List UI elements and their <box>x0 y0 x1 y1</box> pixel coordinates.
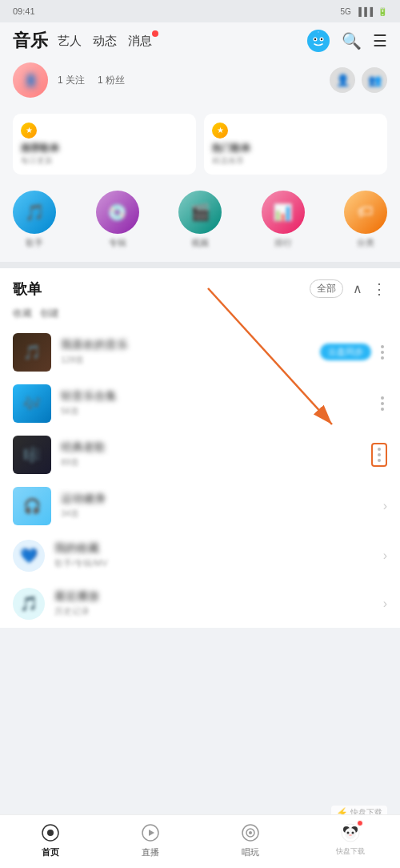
circle-label-4: 排行 <box>274 237 292 249</box>
user-info: 1 关注 1 粉丝 <box>58 74 320 87</box>
app-title: 音乐 <box>13 29 48 53</box>
nav-tab-profile[interactable]: 快盘下载 <box>326 822 374 858</box>
bottom-navigation: 首页 直播 唱玩 <box>0 814 400 868</box>
nav-dynamic[interactable]: 动态 <box>93 34 117 49</box>
circle-item-3[interactable]: 🎬 视频 <box>178 191 222 249</box>
playlist-item-4: 🎧 运动健身 34首 › <box>0 480 400 532</box>
sing-icon <box>239 822 262 844</box>
playlist-info-2: 轻音乐合集 56首 <box>61 389 368 417</box>
card-sub-2: 精选推荐 <box>212 155 379 167</box>
circle-avatar-5: 🏷 <box>344 191 387 234</box>
playlist-name-3: 经典老歌 <box>61 440 362 455</box>
all-button[interactable]: 全部 <box>310 279 343 298</box>
recommend-section: ★ 推荐歌单 每日更新 ★ 热门歌单 精选推荐 <box>0 107 400 184</box>
playlist-thumb-3[interactable]: 🎼 <box>13 436 51 474</box>
svg-point-15 <box>249 831 252 834</box>
user-stats: 1 关注 1 粉丝 <box>58 74 320 87</box>
more-item-2[interactable]: 🎵 最近播放 历史记录 › <box>0 580 400 628</box>
playlist-tabs: 收藏 创建 <box>0 307 400 327</box>
circle-item-5[interactable]: 🏷 分类 <box>344 191 387 249</box>
tab-collected[interactable]: 收藏 <box>13 307 32 320</box>
robot-avatar[interactable] <box>306 29 330 53</box>
search-icon[interactable]: 🔍 <box>342 31 362 50</box>
svg-marker-12 <box>149 830 154 836</box>
circle-avatar-2: 💿 <box>96 191 139 234</box>
user-avatar[interactable]: 👤 <box>13 62 48 98</box>
header-more-icon[interactable]: ⋮ <box>372 280 387 298</box>
playlist-header: 歌单 全部 ∧ ⋮ <box>0 268 400 307</box>
card-title-1: 推荐歌单 <box>21 142 188 155</box>
svg-point-21 <box>351 832 354 834</box>
home-icon <box>39 822 62 844</box>
message-badge <box>152 30 158 37</box>
playlist-name-2: 轻音乐合集 <box>61 389 368 404</box>
playlist-count-3: 89首 <box>61 456 362 468</box>
user-section: 👤 1 关注 1 粉丝 👤 👥 <box>0 59 400 107</box>
circle-item-2[interactable]: 💿 专辑 <box>96 191 139 249</box>
nav-label-live: 直播 <box>142 846 159 858</box>
more-icon-1: 💙 <box>13 540 45 572</box>
recommend-card-2[interactable]: ★ 热门歌单 精选推荐 <box>204 114 387 175</box>
circle-avatar-4: 📊 <box>262 191 305 234</box>
playlist-menu-dots-2[interactable] <box>378 393 387 414</box>
circles-section: 🎵 歌手 💿 专辑 🎬 视频 📊 排行 🏷 分类 <box>0 184 400 262</box>
collapse-icon[interactable]: ∧ <box>353 281 362 296</box>
nav-label-profile: 快盘下载 <box>336 846 365 857</box>
header-left: 音乐 艺人 动态 消息 <box>13 29 152 53</box>
circle-item-4[interactable]: 📊 排行 <box>262 191 305 249</box>
nav-message[interactable]: 消息 <box>128 34 152 49</box>
section-divider <box>0 262 400 268</box>
app-header: 音乐 艺人 动态 消息 🔍 ☰ <box>0 22 400 59</box>
playlist-info-3: 经典老歌 89首 <box>61 440 362 468</box>
header-nav: 艺人 动态 消息 <box>58 34 152 49</box>
playlist-thumb-2[interactable]: 🎶 <box>13 384 51 423</box>
playlist-info-4: 运动健身 34首 <box>61 492 374 520</box>
live-icon <box>139 822 162 844</box>
more-name-1: 我的收藏 <box>54 541 374 556</box>
playlist-section: 歌单 全部 ∧ ⋮ 收藏 创建 🎵 我喜欢的音乐 128首 云盘同步 🎶 <box>0 268 400 628</box>
svg-rect-6 <box>318 31 319 33</box>
svg-point-3 <box>314 38 316 40</box>
status-bar: 09:41 5G ▐▐▐ 🔋 <box>0 0 400 22</box>
nav-tab-home[interactable]: 首页 <box>26 822 74 858</box>
circle-item-1[interactable]: 🎵 歌手 <box>13 191 56 249</box>
svg-point-10 <box>47 830 54 836</box>
more-sub-2: 历史记录 <box>54 605 374 617</box>
recommend-cards: ★ 推荐歌单 每日更新 ★ 热门歌单 精选推荐 <box>13 114 387 175</box>
playlist-thumb-4[interactable]: 🎧 <box>13 487 51 525</box>
circles-row: 🎵 歌手 💿 专辑 🎬 视频 📊 排行 🏷 分类 <box>13 191 387 249</box>
playlist-info-1: 我喜欢的音乐 128首 <box>61 338 310 366</box>
playlist-thumb-1[interactable]: 🎵 <box>13 333 51 372</box>
nav-tab-sing[interactable]: 唱玩 <box>226 822 274 858</box>
more-name-2: 最近播放 <box>54 589 374 604</box>
more-info-1: 我的收藏 歌手/专辑/MV <box>54 541 374 569</box>
playlist-section-title: 歌单 <box>13 279 42 299</box>
follow-icon-2[interactable]: 👥 <box>362 67 387 93</box>
playlist-item-1: 🎵 我喜欢的音乐 128首 云盘同步 <box>0 327 400 378</box>
circle-label-3: 视频 <box>191 237 209 249</box>
more-icon-2: 🎵 <box>13 588 45 620</box>
fans-count: 1 关注 <box>58 74 85 87</box>
more-chevron-2[interactable]: › <box>383 597 387 611</box>
cloud-sync-btn[interactable]: 云盘同步 <box>320 344 371 360</box>
profile-badge <box>357 820 363 826</box>
circle-avatar-3: 🎬 <box>178 191 222 234</box>
nav-label-home: 首页 <box>42 846 59 858</box>
playlist-menu-dots-3-highlighted[interactable] <box>371 443 387 467</box>
tab-created[interactable]: 创建 <box>40 307 59 320</box>
playlist-item-3: 🎼 经典老歌 89首 <box>0 429 400 480</box>
nav-artist[interactable]: 艺人 <box>58 34 82 49</box>
playlist-menu-dots-1[interactable] <box>378 342 387 363</box>
playlist-count-2: 56首 <box>61 405 368 417</box>
card-title-2: 热门歌单 <box>212 142 379 155</box>
menu-icon[interactable]: ☰ <box>373 31 387 50</box>
follow-icon-1[interactable]: 👤 <box>330 67 355 93</box>
more-sub-1: 歌手/专辑/MV <box>54 557 374 569</box>
nav-tab-live[interactable]: 直播 <box>126 822 174 858</box>
playlist-count-1: 128首 <box>61 354 310 366</box>
more-item-1[interactable]: 💙 我的收藏 歌手/专辑/MV › <box>0 532 400 580</box>
playlist-chevron-4[interactable]: › <box>383 499 387 513</box>
svg-point-22 <box>349 834 352 836</box>
recommend-card-1[interactable]: ★ 推荐歌单 每日更新 <box>13 114 196 175</box>
more-chevron-1[interactable]: › <box>383 549 387 563</box>
